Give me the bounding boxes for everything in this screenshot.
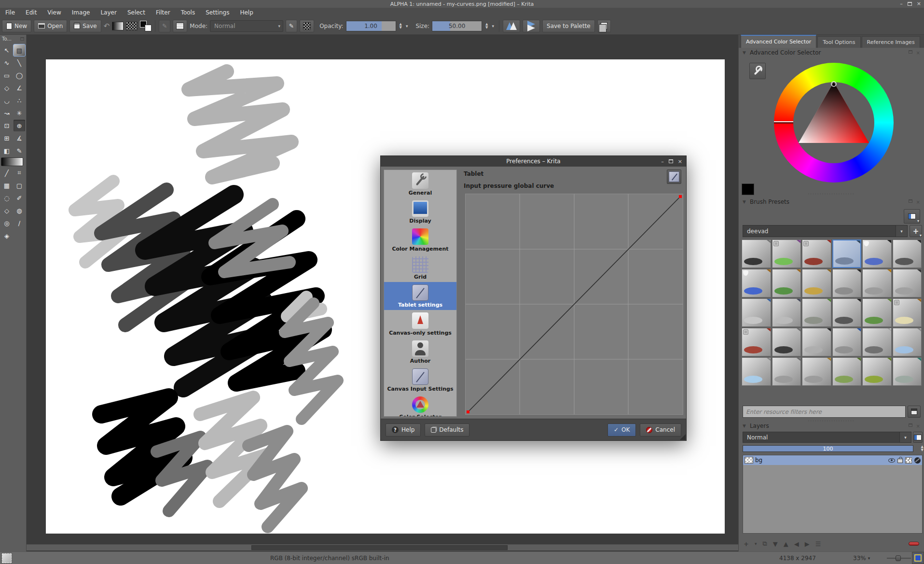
- dialog-titlebar[interactable]: Preferences – Krita – ×: [381, 156, 686, 167]
- brush-preset[interactable]: [862, 357, 892, 386]
- brush-preset[interactable]: [832, 269, 862, 297]
- toolbox-tool[interactable]: ⊕: [14, 120, 25, 131]
- resource-filter-input[interactable]: [743, 406, 906, 418]
- layer-alpha-lock-icon[interactable]: [914, 457, 921, 464]
- toolbox-tool[interactable]: ▢: [14, 180, 25, 191]
- help-button[interactable]: ? Help: [386, 423, 421, 437]
- window-close-button[interactable]: ×: [917, 0, 921, 7]
- pen-settings-button[interactable]: ✎: [286, 20, 297, 32]
- window-restore-button[interactable]: [908, 2, 912, 6]
- close-docker-icon[interactable]: ×: [916, 199, 920, 205]
- tablet-test-button[interactable]: [667, 169, 681, 184]
- brush-preset[interactable]: [893, 269, 922, 297]
- toolbox-tool[interactable]: ▦: [1, 180, 13, 191]
- brush-preset[interactable]: [772, 328, 801, 356]
- brush-preset-chooser-button[interactable]: [173, 20, 187, 32]
- brush-preset[interactable]: [772, 240, 801, 268]
- brush-preset[interactable]: [772, 298, 801, 327]
- selection-mode-icon[interactable]: [2, 553, 12, 563]
- toolbox-float-icon[interactable]: [20, 37, 24, 41]
- toolbox-tool[interactable]: ◇: [1, 82, 13, 94]
- layer-row[interactable]: bg: [743, 455, 922, 465]
- menu-item[interactable]: File: [0, 8, 20, 17]
- float-docker-icon[interactable]: [909, 423, 912, 427]
- brush-preset[interactable]: [742, 357, 771, 386]
- brush-preset[interactable]: [742, 328, 771, 356]
- mirror-vertical-button[interactable]: [523, 20, 540, 32]
- brush-preset[interactable]: [862, 298, 892, 327]
- brush-preset[interactable]: [742, 298, 771, 327]
- toolbox-tool[interactable]: ∴: [14, 95, 25, 106]
- pressure-curve-editor[interactable]: [465, 194, 683, 415]
- brush-preset[interactable]: [862, 269, 892, 297]
- layer-left-button[interactable]: ◀: [794, 540, 799, 548]
- canvas-overview-button[interactable]: [912, 552, 924, 564]
- save-to-palette-button[interactable]: Save to Palette: [542, 20, 595, 32]
- toolbox-tool[interactable]: ⌗: [14, 167, 25, 179]
- float-docker-icon[interactable]: [909, 199, 912, 203]
- dialog-resize-grip[interactable]: [680, 434, 686, 440]
- layer-opacity-spinner[interactable]: ▲▼: [921, 445, 924, 452]
- size-spinner[interactable]: ▲▼: [485, 23, 488, 29]
- move-layer-up-button[interactable]: ▲: [784, 540, 788, 548]
- brush-preset[interactable]: [832, 357, 862, 386]
- layer-opacity-slider[interactable]: 100: [743, 445, 913, 452]
- cancel-button[interactable]: Cancel: [640, 423, 681, 437]
- brush-preset[interactable]: [893, 240, 922, 268]
- brush-preset[interactable]: [802, 269, 831, 297]
- menu-item[interactable]: Select: [122, 8, 151, 17]
- brush-preset[interactable]: [772, 269, 801, 297]
- docker-tab[interactable]: Reference Images: [862, 36, 920, 48]
- zoom-level[interactable]: 33%: [853, 555, 866, 562]
- menu-item[interactable]: Layer: [95, 8, 122, 17]
- mirror-horizontal-button[interactable]: [503, 20, 520, 32]
- new-button[interactable]: New: [2, 20, 31, 32]
- open-button[interactable]: Open: [34, 20, 67, 32]
- add-layer-chevron-icon[interactable]: ▾: [755, 541, 757, 546]
- menu-item[interactable]: Edit: [20, 8, 42, 17]
- brush-preset[interactable]: [893, 357, 922, 386]
- preferences-category[interactable]: Tablet settings: [384, 282, 456, 310]
- delete-layer-button[interactable]: [909, 542, 919, 546]
- toolbox-tool[interactable]: ╱: [1, 167, 13, 179]
- brush-preset[interactable]: [862, 240, 892, 268]
- size-chevron-icon[interactable]: ▾: [492, 24, 495, 28]
- preferences-category[interactable]: Color Selector: [384, 394, 456, 417]
- color-selector-settings-button[interactable]: [749, 63, 766, 79]
- clone-stamp-button[interactable]: [597, 20, 611, 32]
- preset-tag-combobox[interactable]: deevad ▾: [743, 225, 908, 237]
- opacity-chevron-icon[interactable]: ▾: [406, 24, 408, 28]
- menu-item[interactable]: Help: [234, 8, 258, 17]
- layers-view-mode-button[interactable]: [913, 432, 923, 443]
- toolbox-tool[interactable]: ◡: [1, 95, 13, 106]
- collapse-chevron-icon[interactable]: ▼: [743, 50, 746, 55]
- menu-item[interactable]: Tools: [176, 8, 201, 17]
- zoom-slider-handle[interactable]: [896, 555, 901, 561]
- toolbox-tool[interactable]: ∿: [1, 57, 13, 69]
- opacity-spinner[interactable]: ▲▼: [400, 23, 402, 29]
- defaults-button[interactable]: Defaults: [425, 423, 469, 437]
- move-layer-down-button[interactable]: ▼: [773, 540, 778, 548]
- close-docker-icon[interactable]: ×: [916, 50, 920, 56]
- opacity-slider[interactable]: 1.00: [346, 21, 396, 31]
- toolbox-tool[interactable]: ◌: [1, 192, 13, 204]
- collapse-chevron-icon[interactable]: ▼: [743, 199, 746, 204]
- toolbox-tool[interactable]: ▧: [14, 44, 25, 56]
- preserve-alpha-button[interactable]: [300, 20, 314, 32]
- zoom-chevron-icon[interactable]: ▾: [868, 556, 870, 561]
- brush-preset[interactable]: [802, 357, 831, 386]
- brush-preset[interactable]: [802, 298, 831, 327]
- brush-preset[interactable]: [832, 298, 862, 327]
- menu-item[interactable]: View: [42, 8, 66, 17]
- preferences-category[interactable]: Display: [384, 198, 456, 226]
- layer-right-button[interactable]: ▶: [805, 540, 810, 548]
- undo-icon[interactable]: ↶: [104, 22, 110, 30]
- brush-preset[interactable]: [742, 269, 771, 297]
- edit-brush-button[interactable]: ✎: [159, 20, 170, 32]
- toolbox-tool[interactable]: ✎: [14, 145, 25, 156]
- layer-lock-icon[interactable]: [897, 459, 903, 463]
- layer-alpha-checker-icon[interactable]: [905, 457, 912, 464]
- toolbox-tool[interactable]: ◈: [1, 230, 13, 241]
- docker-tab[interactable]: Tool Options: [817, 36, 860, 48]
- dialog-close-button[interactable]: ×: [678, 158, 682, 165]
